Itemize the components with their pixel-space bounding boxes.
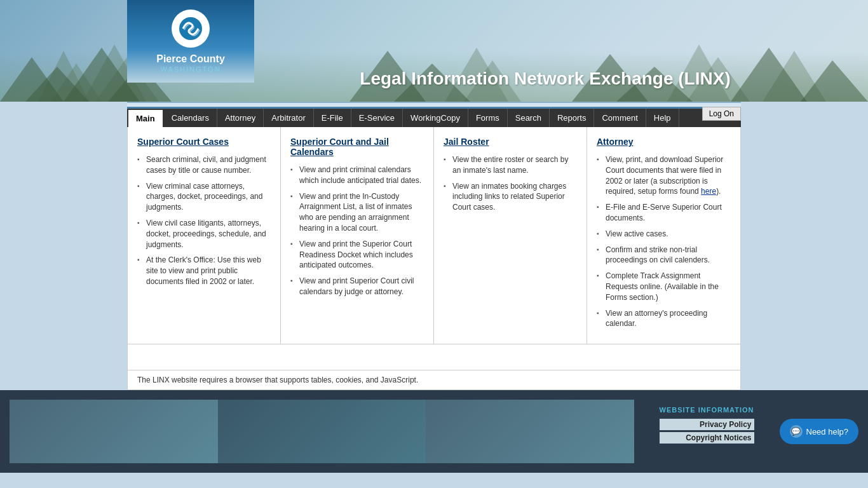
nav-bar: Main Calendars Attorney Arbitrator E-Fil… <box>127 109 741 127</box>
chat-icon: 💬 <box>790 425 803 438</box>
logo-name: Pierce County <box>156 53 225 65</box>
content-spacer <box>128 344 740 370</box>
jail-roster-col: Jail Roster View the entire roster or se… <box>434 127 587 344</box>
logon-button[interactable]: Log On <box>702 107 741 121</box>
nav-search[interactable]: Search <box>508 109 550 127</box>
nav-workingcopy[interactable]: WorkingCopy <box>403 109 468 127</box>
bottom-footer: WEBSITE INFORMATION Privacy Policy Copyr… <box>0 390 868 473</box>
footer-info-title: WEBSITE INFORMATION <box>660 406 754 414</box>
col1-list: Search criminal, civil, and judgment cas… <box>137 154 271 287</box>
logo-subtitle: WASHINGTON <box>160 65 220 73</box>
logo-container: Pierce County WASHINGTON <box>127 0 254 83</box>
col4-title: Attorney <box>597 137 731 147</box>
nav-comment[interactable]: Comment <box>594 109 646 127</box>
footer-bg-mid <box>218 400 426 463</box>
list-item: View and print Superior Court civil cale… <box>290 276 424 297</box>
footer-note: The LINX website requires a browser that… <box>127 370 741 390</box>
nav-efile[interactable]: E-File <box>314 109 351 127</box>
header-background: Pierce County WASHINGTON Legal Informati… <box>0 0 868 102</box>
list-item: E-File and E-Serve Superior Court docume… <box>597 202 731 224</box>
jail-calendars-col: Superior Court and Jail Calendars View a… <box>281 127 434 344</box>
nav-attorney[interactable]: Attorney <box>217 109 264 127</box>
col2-list: View and print criminal calendars which … <box>290 165 424 297</box>
logo-svg <box>178 16 203 41</box>
col2-title: Superior Court and Jail Calendars <box>290 137 424 157</box>
list-item: View and print the In-Custody Arraignmen… <box>290 191 424 234</box>
here-link[interactable]: here <box>701 187 716 196</box>
footer-bg-left <box>10 400 218 463</box>
nav-calendars[interactable]: Calendars <box>164 109 217 127</box>
nav-help[interactable]: Help <box>646 109 679 127</box>
nav-arbitrator[interactable]: Arbitrator <box>264 109 313 127</box>
main-content: Superior Court Cases Search criminal, ci… <box>127 127 741 370</box>
need-help-label: Need help? <box>806 427 849 437</box>
nav-container: Main Calendars Attorney Arbitrator E-Fil… <box>127 107 741 127</box>
copyright-link[interactable]: Copyright Notices <box>660 432 754 444</box>
list-item: View, print, and download Superior Court… <box>597 154 731 197</box>
list-item: Search criminal, civil, and judgment cas… <box>137 154 271 176</box>
attorney-col: Attorney View, print, and download Super… <box>587 127 740 344</box>
privacy-policy-link[interactable]: Privacy Policy <box>660 419 754 430</box>
footer-decoration <box>10 400 634 463</box>
list-item: View criminal case attorneys, charges, d… <box>137 181 271 213</box>
nav-forms[interactable]: Forms <box>468 109 508 127</box>
footer-info-section: WEBSITE INFORMATION Privacy Policy Copyr… <box>647 400 767 452</box>
list-item: Confirm and strike non-trial proceedings… <box>597 245 731 266</box>
col3-title: Jail Roster <box>444 137 577 147</box>
list-item: View the entire roster or search by an i… <box>444 154 577 176</box>
col4-list: View, print, and download Superior Court… <box>597 154 731 329</box>
logo-icon <box>172 10 210 48</box>
nav-reports[interactable]: Reports <box>550 109 595 127</box>
content-grid: Superior Court Cases Search criminal, ci… <box>128 127 740 344</box>
list-item: At the Clerk's Office: Use this web site… <box>137 255 271 287</box>
footer-bg-right <box>426 400 634 463</box>
list-item: View civil case litigants, attorneys, do… <box>137 218 271 250</box>
list-item: Complete Track Assignment Requests onlin… <box>597 271 731 302</box>
nav-eservice[interactable]: E-Service <box>351 109 403 127</box>
footer-note-text: The LINX website requires a browser that… <box>137 376 418 384</box>
list-item: View and print the Superior Court Readin… <box>290 239 424 271</box>
superior-court-cases-col: Superior Court Cases Search criminal, ci… <box>128 127 281 344</box>
list-item: View an attorney's proceeding calendar. <box>597 308 731 330</box>
list-item: View and print criminal calendars which … <box>290 165 424 186</box>
need-help-button[interactable]: 💬 Need help? <box>780 419 859 444</box>
list-item: View active cases. <box>597 229 731 240</box>
col3-list: View the entire roster or search by an i… <box>444 154 577 213</box>
site-title: Legal Information Network Exchange (LINX… <box>261 69 830 89</box>
col1-title: Superior Court Cases <box>137 137 271 147</box>
list-item: View an inmates booking charges includin… <box>444 181 577 213</box>
nav-main[interactable]: Main <box>127 109 164 127</box>
